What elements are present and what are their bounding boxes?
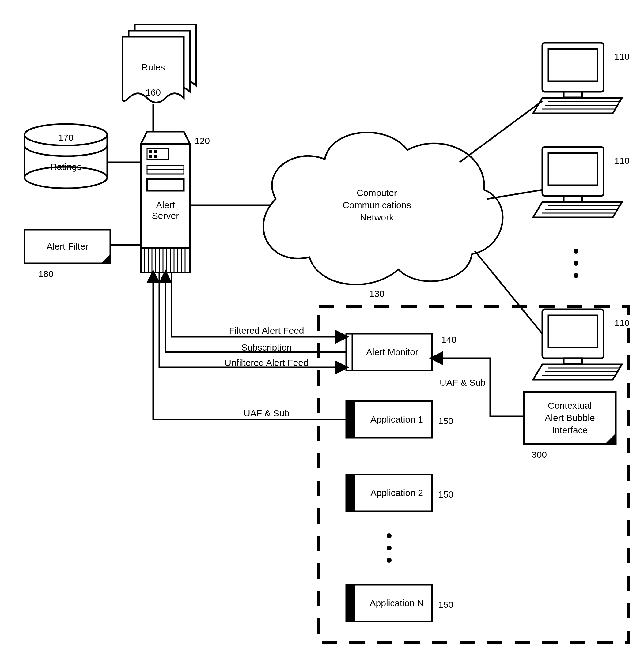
svg-point-44 (387, 546, 391, 551)
ellipsis-apps (387, 533, 391, 563)
contextual-interface-node: Contextual Alert Bubble Interface 300 (524, 392, 616, 459)
rules-node: Rules 160 (123, 24, 196, 102)
alert-server-node: Alert Server 120 (141, 132, 210, 272)
alert-server-ref: 120 (195, 136, 210, 146)
svg-rect-15 (149, 155, 152, 158)
application-2-ref: 150 (438, 489, 454, 499)
ellipsis-computers (573, 249, 578, 278)
ratings-label: Ratings (50, 162, 81, 172)
alert-filter-label: Alert Filter (47, 241, 89, 251)
alert-monitor-ref: 140 (441, 335, 457, 345)
alert-filter-node: Alert Filter 180 (24, 230, 110, 279)
network-ref: 130 (369, 289, 385, 299)
uaf-sub-inner-label: UAF & Sub (440, 378, 485, 387)
computer-mid-ref: 110 (614, 155, 630, 166)
edge-subscription (165, 272, 346, 352)
svg-rect-14 (154, 150, 158, 153)
application-n-label: Application N (370, 598, 424, 608)
application-1-node: Application 1 150 (346, 401, 454, 438)
application-1-label: Application 1 (370, 414, 423, 424)
application-2-label: Application 2 (370, 488, 423, 498)
rules-ref: 160 (146, 87, 161, 97)
svg-rect-40 (346, 401, 355, 438)
network-label-2: Communications (343, 200, 411, 210)
contextual-label-2: Alert Bubble (545, 413, 595, 423)
alert-monitor-label: Alert Monitor (366, 347, 418, 357)
uaf-sub-label: UAF & Sub (243, 408, 290, 418)
contextual-ref: 300 (532, 450, 547, 459)
computer-top: 110 (533, 43, 630, 113)
alert-filter-ref: 180 (38, 269, 54, 279)
svg-point-43 (387, 533, 391, 538)
ratings-ref: 170 (58, 133, 74, 143)
edge-cloud-computer-mid (487, 190, 542, 199)
svg-rect-13 (149, 150, 152, 153)
svg-point-36 (573, 273, 578, 278)
svg-rect-19 (147, 179, 184, 191)
filtered-feed-label: Filtered Alert Feed (229, 325, 304, 336)
network-label-3: Network (360, 212, 394, 222)
computer-mid: 110 (533, 147, 630, 217)
application-n-node: Application N 150 (346, 585, 454, 622)
application-n-ref: 150 (438, 600, 454, 610)
unfiltered-feed-label: Unfiltered Alert Feed (225, 358, 308, 368)
svg-rect-16 (154, 155, 158, 158)
computer-top-ref: 110 (614, 52, 630, 61)
contextual-label-3: Interface (552, 425, 588, 435)
computer-bottom-ref: 110 (614, 318, 630, 328)
alert-server-label-1: Alert (156, 200, 175, 210)
network-label-1: Computer (356, 188, 397, 198)
alert-monitor-node: Alert Monitor 140 (346, 334, 457, 370)
svg-point-34 (573, 249, 578, 253)
subscription-label: Subscription (241, 342, 292, 353)
computer-bottom: 110 (533, 309, 630, 380)
ratings-node: 170 Ratings (24, 124, 107, 188)
application-2-node: Application 2 150 (346, 475, 454, 511)
rules-label: Rules (142, 62, 165, 72)
edge-cloud-computer-top (460, 101, 542, 162)
svg-rect-47 (346, 585, 355, 622)
contextual-label-1: Contextual (548, 400, 592, 411)
svg-point-45 (387, 558, 391, 563)
edge-cloud-computer-bottom (475, 251, 542, 334)
architecture-diagram: Rules 160 170 Ratings Alert Server (0, 0, 644, 665)
alert-server-label-2: Server (152, 211, 179, 221)
svg-point-35 (573, 261, 578, 266)
svg-rect-42 (346, 475, 355, 511)
application-1-ref: 150 (438, 416, 454, 426)
